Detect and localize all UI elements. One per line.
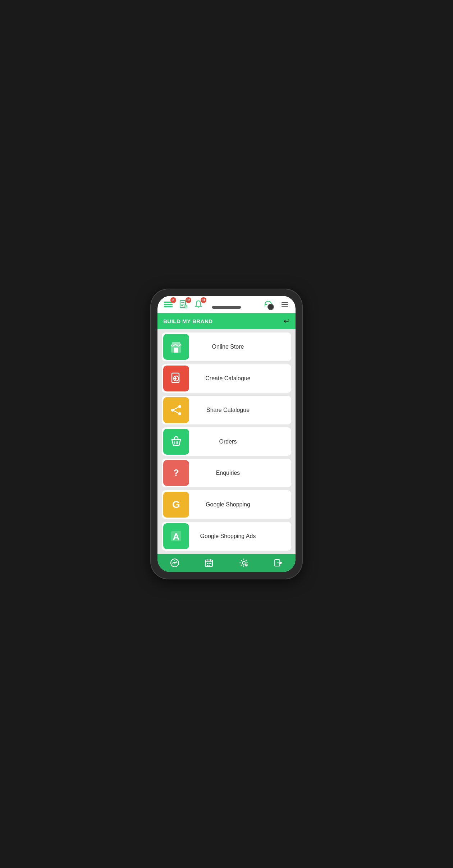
svg-point-15 [178,405,181,408]
top-bar-left-icons: 0 62 [163,299,203,309]
dashboard-nav-item[interactable] [170,558,179,568]
svg-text:G: G [172,499,180,510]
hamburger-icon-wrap[interactable] [280,299,290,309]
share-catalogue-icon-box [163,397,189,423]
top-bar: 0 62 [157,296,296,313]
svg-rect-2 [164,306,173,307]
google-shopping-icon-box: G [163,492,189,518]
svg-text:?: ? [173,467,179,478]
menu-item-online-store[interactable]: Online Store [162,332,291,361]
google-shopping-ads-icon-box: A [163,523,189,549]
enquiries-label: Enquiries [191,470,291,476]
phone-camera [267,304,274,310]
header-bar: BUILD MY BRAND ↩ [157,313,296,329]
bottom-nav [157,554,296,572]
menu-item-google-shopping[interactable]: G Google Shopping [162,490,291,519]
orders-label: Orders [191,438,291,445]
basket-icon [170,435,183,448]
pdf-icon [170,372,183,385]
phone-speaker [212,306,241,309]
bell-icon-wrap[interactable]: 31 [193,299,203,309]
back-button[interactable]: ↩ [284,317,290,325]
svg-rect-10 [282,306,288,307]
bell-badge: 31 [201,297,206,303]
google-shopping-ads-label: Google Shopping Ads [191,533,291,539]
google-icon: G [170,498,183,511]
docs-badge: 62 [186,297,191,303]
menu-item-google-shopping-ads[interactable]: A Google Shopping Ads [162,522,291,551]
phone-inner: 0 62 [157,296,296,572]
svg-rect-8 [282,302,288,303]
store-icon [170,340,183,353]
online-store-icon-box [163,334,189,360]
svg-rect-37 [209,563,210,564]
stack-icon-wrap[interactable]: 0 [163,299,173,309]
menu-item-enquiries[interactable]: ? Enquiries [162,459,291,487]
svg-rect-39 [207,565,208,566]
calendar-icon [204,558,214,568]
svg-rect-9 [282,304,288,305]
svg-text:A: A [173,531,180,542]
create-catalogue-label: Create Catalogue [191,375,291,382]
svg-rect-12 [174,348,178,353]
enquiries-icon-box: ? [163,460,189,486]
svg-point-41 [242,561,245,564]
top-bar-right-icons [263,299,290,309]
docs-icon-wrap[interactable]: 62 [178,299,188,309]
svg-rect-36 [207,563,208,564]
svg-rect-1 [164,304,173,305]
logout-nav-item[interactable] [274,558,283,568]
settings-nav-item[interactable] [239,558,249,568]
question-icon: ? [170,467,183,479]
svg-line-19 [173,410,180,414]
svg-rect-38 [210,563,211,564]
svg-rect-4 [181,302,184,303]
svg-line-18 [173,407,180,410]
font-icon: A [170,530,183,543]
svg-rect-40 [209,565,210,566]
svg-rect-6 [181,305,183,306]
calendar-nav-item[interactable] [204,558,214,568]
phone-device: 0 62 [151,289,302,579]
online-store-label: Online Store [191,344,291,350]
menu-item-create-catalogue[interactable]: Create Catalogue [162,364,291,393]
svg-rect-5 [181,304,184,304]
menu-item-share-catalogue[interactable]: Share Catalogue [162,396,291,424]
dashboard-icon [170,558,179,568]
share-catalogue-label: Share Catalogue [191,407,291,413]
settings-icon [239,558,249,568]
menu-content: Online Store Create Catalogue [157,329,296,554]
menu-item-orders[interactable]: Orders [162,427,291,456]
svg-point-28 [174,562,175,564]
page-title: BUILD MY BRAND [163,318,213,324]
orders-icon-box [163,429,189,455]
stack-badge: 0 [170,297,176,303]
screen: 0 62 [157,296,296,572]
hamburger-icon [280,299,290,309]
logout-icon [274,558,283,568]
google-shopping-label: Google Shopping [191,501,291,508]
create-catalogue-icon-box [163,366,189,391]
share-icon [170,404,183,417]
